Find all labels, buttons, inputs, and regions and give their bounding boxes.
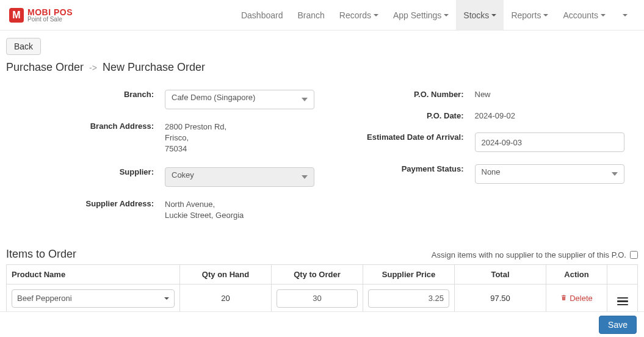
brand-subtitle: Point of Sale (27, 16, 73, 23)
breadcrumb-root: Purchase Order (6, 61, 84, 73)
logo-badge-icon: M (9, 8, 24, 23)
branch-address-line3: 75034 (165, 143, 322, 154)
chevron-down-icon (444, 14, 449, 16)
chevron-down-icon (374, 14, 378, 16)
items-section-header: Items to Order Assign items with no supp… (6, 248, 638, 261)
nav-stocks-label: Stocks (463, 10, 489, 20)
nav-extra[interactable] (613, 0, 635, 30)
nav-branch-label: Branch (297, 10, 324, 20)
nav-records[interactable]: Records (332, 0, 386, 30)
nav-dashboard-label: Dashboard (241, 10, 283, 20)
form-left-column: Branch: Cafe Demo (Singapore) Branch Add… (6, 86, 322, 230)
supplier-address-label: Supplier Address: (6, 195, 165, 208)
branch-address-line2: Frisco, (165, 132, 322, 143)
payment-status-select[interactable]: None (475, 164, 624, 184)
product-select-value: Beef Pepperoni (17, 294, 72, 303)
assign-supplier-checkbox[interactable] (630, 251, 638, 259)
brand-name: MOBI POS (27, 8, 73, 16)
drag-handle-icon[interactable] (617, 297, 628, 306)
branch-address-line1: 2800 Preston Rd, (165, 121, 322, 132)
nav-app-settings-label: App Settings (393, 10, 441, 20)
col-action: Action (546, 264, 607, 284)
chevron-down-icon (543, 14, 548, 16)
breadcrumb-sep: -> (89, 63, 97, 73)
footer-bar: Save (0, 311, 644, 337)
col-total: Total (455, 264, 546, 284)
table-row: Beef Pepperoni 20 97.50 Delete (7, 284, 638, 313)
col-supplier-price: Supplier Price (363, 264, 455, 284)
product-select[interactable]: Beef Pepperoni (12, 289, 175, 308)
col-qty-on-hand: Qty on Hand (180, 264, 272, 284)
breadcrumb-current: New Purchase Order (103, 61, 205, 73)
brand-logo[interactable]: M MOBI POS Point of Sale (9, 8, 73, 23)
logo-text: MOBI POS Point of Sale (27, 8, 73, 23)
nav-records-label: Records (339, 10, 371, 20)
nav-dashboard[interactable]: Dashboard (234, 0, 291, 30)
qty-to-order-input[interactable] (277, 289, 358, 308)
assign-supplier-label: Assign items with no supplier to the sup… (432, 250, 626, 259)
supplier-address-value: North Avenue, Luckie Street, Georgia (165, 195, 322, 221)
branch-address-label: Branch Address: (6, 118, 165, 131)
supplier-address-line2: Luckie Street, Georgia (165, 210, 322, 221)
po-number-label: P.O. Number: (322, 86, 475, 99)
items-section-title: Items to Order (6, 248, 76, 261)
supplier-price-input[interactable] (368, 289, 449, 308)
delete-label: Delete (570, 294, 593, 303)
po-date-value: 2024-09-02 (475, 107, 639, 120)
chevron-down-icon (491, 14, 496, 16)
branch-address-value: 2800 Preston Rd, Frisco, 75034 (165, 118, 322, 155)
supplier-select[interactable]: Cokey (165, 167, 314, 187)
trash-icon (560, 294, 567, 303)
delete-row-button[interactable]: Delete (560, 294, 593, 303)
form-right-column: P.O. Number: New P.O. Date: 2024-09-02 E… (322, 86, 639, 230)
nav-stocks[interactable]: Stocks (456, 0, 504, 30)
chevron-down-icon (164, 297, 169, 300)
chevron-down-icon (601, 14, 606, 16)
po-form: Branch: Cafe Demo (Singapore) Branch Add… (6, 86, 638, 230)
nav-reports-label: Reports (511, 10, 541, 20)
po-number-value: New (475, 86, 639, 99)
supplier-label: Supplier: (6, 164, 165, 176)
col-drag (607, 264, 638, 284)
eta-label: Estimated Date of Arrival: (322, 129, 475, 142)
col-product: Product Name (7, 264, 180, 284)
eta-input[interactable] (475, 132, 624, 152)
back-button[interactable]: Back (6, 38, 41, 55)
nav-reports[interactable]: Reports (504, 0, 555, 30)
branch-label: Branch: (6, 86, 165, 99)
payment-status-label: Payment Status: (322, 161, 475, 173)
page-content: Back Purchase Order -> New Purchase Orde… (0, 31, 644, 337)
nav-accounts-label: Accounts (563, 10, 598, 20)
po-date-label: P.O. Date: (322, 107, 475, 120)
page-title: Purchase Order -> New Purchase Order (6, 61, 638, 74)
save-button[interactable]: Save (599, 316, 637, 334)
chevron-down-icon (623, 14, 628, 16)
nav-branch[interactable]: Branch (290, 0, 331, 30)
supplier-address-line1: North Avenue, (165, 199, 322, 210)
nav-app-settings[interactable]: App Settings (386, 0, 456, 30)
col-qty-to-order: Qty to Order (272, 264, 363, 284)
qty-on-hand-value: 20 (180, 284, 272, 313)
row-total-value: 97.50 (455, 284, 546, 313)
main-nav: Dashboard Branch Records App Settings St… (234, 0, 635, 30)
branch-select[interactable]: Cafe Demo (Singapore) (165, 90, 314, 109)
nav-accounts[interactable]: Accounts (555, 0, 613, 30)
navbar: M MOBI POS Point of Sale Dashboard Branc… (0, 0, 644, 31)
